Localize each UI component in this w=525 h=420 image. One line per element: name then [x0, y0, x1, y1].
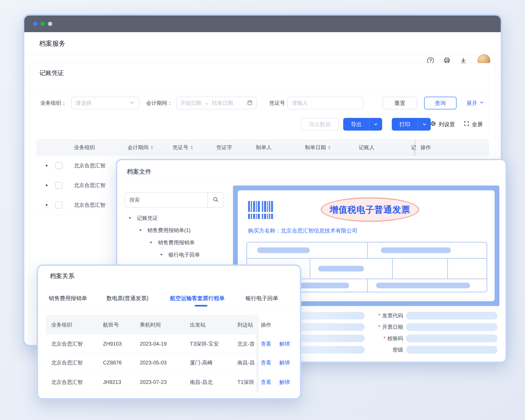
page-background: 档案服务 [0, 0, 525, 420]
cell-arrival: 南昌-昌 [237, 353, 256, 372]
end-date-placeholder: 结束日期 [212, 100, 233, 107]
divider [38, 307, 300, 307]
period-range-picker[interactable]: 开始日期 → 结束日期 [177, 97, 257, 109]
invoice-date-input[interactable] [406, 323, 497, 331]
voucher-no-input-box[interactable] [287, 97, 363, 109]
chevron-down-icon [479, 100, 484, 106]
sort-icon[interactable] [328, 145, 331, 150]
chevron-down-icon[interactable] [369, 118, 382, 131]
tab-bank-receipt[interactable]: 银行电子回单 [245, 292, 278, 305]
tree-item-label: 银行电子回单 [169, 251, 200, 258]
col-voucher-word[interactable]: 凭证字 [216, 139, 232, 156]
relation-tabs: 销售费用报销单 数电票(普通发票) 航空运输客套票行程单 银行电子回单 [38, 292, 300, 307]
caret-down-icon[interactable] [149, 241, 153, 244]
caret-down-icon[interactable] [128, 216, 132, 220]
col-org[interactable]: 业务组织 [74, 139, 95, 156]
unbind-link[interactable]: 解绑 [279, 353, 290, 372]
caret-down-icon[interactable] [160, 253, 163, 256]
caret-down-icon[interactable] [139, 229, 142, 232]
query-button[interactable]: 查询 [424, 97, 457, 109]
invoice-buyer-line: 购买方名称：北京合思汇智信息技术有限公司 [248, 227, 357, 234]
export-split-button[interactable]: 导出 [343, 118, 382, 131]
fullscreen-label: 全屏 [472, 121, 483, 128]
titlebar-dot-blue[interactable] [33, 22, 38, 26]
cell-departure: 厦门-高崎 [190, 353, 213, 372]
fixed-column-shadow [256, 315, 258, 392]
fullscreen-button[interactable]: 全屏 [464, 118, 483, 131]
unbind-link[interactable]: 解绑 [279, 372, 290, 392]
tab-expense-form[interactable]: 销售费用报销单 [49, 292, 87, 305]
cell-departure: 南昌-昌北 [190, 372, 213, 392]
row-checkbox[interactable] [55, 162, 62, 169]
caret-right-icon[interactable] [45, 203, 48, 208]
sort-icon[interactable] [150, 145, 154, 150]
tree-item-label: 销售费用报销单(1) [147, 227, 190, 234]
col-period[interactable]: 会计期间 [128, 139, 154, 156]
field-label-check-code: * 校验码 [384, 335, 403, 342]
check-code-input[interactable] [406, 335, 497, 342]
cell-time: 2023-05-03 [140, 353, 167, 372]
titlebar-dot-gray[interactable] [48, 22, 52, 26]
invoice-code-input[interactable] [406, 312, 497, 320]
start-date-placeholder: 开始日期 [180, 100, 201, 107]
row-org: 北京合思汇智 [74, 195, 105, 215]
view-link[interactable]: 查看 [261, 353, 271, 372]
tab-digital-invoice[interactable]: 数电票(普通发票) [106, 292, 149, 305]
voucher-no-input[interactable] [288, 100, 363, 106]
divider [30, 89, 496, 89]
tab-air-itinerary[interactable]: 航空运输客套票行程单 [170, 292, 225, 305]
tree-item-label: 记账凭证 [137, 215, 158, 222]
tree-search-input[interactable] [125, 193, 207, 207]
tree-item[interactable]: 销售费用报销单(1) [139, 226, 190, 235]
col-actions: 操作 [421, 139, 431, 156]
fixed-actions-column: 操作 [416, 139, 489, 156]
org-select[interactable]: 请选择 [71, 97, 139, 109]
export-data-button[interactable]: 导出数据 [301, 118, 339, 131]
row-checkbox[interactable] [55, 201, 62, 208]
security-level-input[interactable] [406, 346, 497, 354]
col-prepare-date[interactable]: 制单日期 [305, 139, 331, 156]
column-settings-button[interactable]: 列设置 [430, 118, 455, 131]
print-label: 打印 [392, 121, 418, 128]
barcode [248, 201, 274, 220]
cell-departure: T3深圳-宝安 [190, 335, 219, 353]
col-voucher-no-label: 凭证号 [173, 144, 188, 151]
expand-toggle[interactable]: 展开 [462, 97, 488, 109]
gear-icon [430, 120, 436, 128]
org-select-placeholder: 请选择 [76, 100, 92, 107]
required-mark: * [378, 312, 380, 319]
archive-relation-modal-inner: 档案关系 销售费用报销单 数电票(普通发票) 航空运输客套票行程单 银行电子回单… [38, 266, 300, 398]
col-preparer[interactable]: 制单人 [256, 139, 272, 156]
col-bookkeeper[interactable]: 记账人 [359, 139, 375, 156]
unbind-link[interactable]: 解绑 [279, 335, 290, 353]
tree-item[interactable]: 银行电子回单 [160, 251, 200, 259]
view-link[interactable]: 查看 [261, 372, 271, 392]
cell-time: 2023-07-23 [140, 372, 167, 392]
org-filter-label: 业务组织： [40, 97, 66, 109]
col-time: 乘机时间 [140, 315, 161, 335]
tree-item[interactable]: 销售费用报销单 [149, 238, 195, 247]
cell-org: 北京合思汇智 [51, 353, 83, 372]
col-departure: 出发站 [190, 315, 206, 335]
tree-item[interactable]: 记账凭证 [128, 214, 158, 223]
row-checkbox[interactable] [55, 182, 62, 189]
print-split-button[interactable]: 打印 [392, 118, 431, 131]
caret-right-icon[interactable] [45, 184, 48, 188]
sort-icon[interactable] [190, 145, 193, 150]
voucher-panel-title: 记账凭证 [39, 69, 64, 77]
search-button[interactable] [207, 193, 224, 207]
titlebar-dot-green[interactable] [40, 22, 45, 26]
fullscreen-icon [464, 121, 470, 128]
search-icon [212, 196, 219, 204]
caret-right-icon[interactable] [45, 164, 48, 168]
chevron-down-icon [130, 100, 135, 106]
col-period-label: 会计期间 [128, 144, 149, 151]
reset-button[interactable]: 重置 [383, 97, 417, 109]
archive-relation-modal-title: 档案关系 [50, 272, 74, 280]
view-link[interactable]: 查看 [261, 335, 271, 353]
fixed-actions-column: 操作 查看 解绑 查看 解绑 查看 解绑 [256, 315, 293, 392]
col-voucher-no[interactable]: 凭证号 [173, 139, 193, 156]
required-mark: * [378, 324, 380, 331]
chevron-down-icon[interactable] [418, 118, 431, 131]
cell-arrival: T1深圳 [237, 372, 256, 392]
